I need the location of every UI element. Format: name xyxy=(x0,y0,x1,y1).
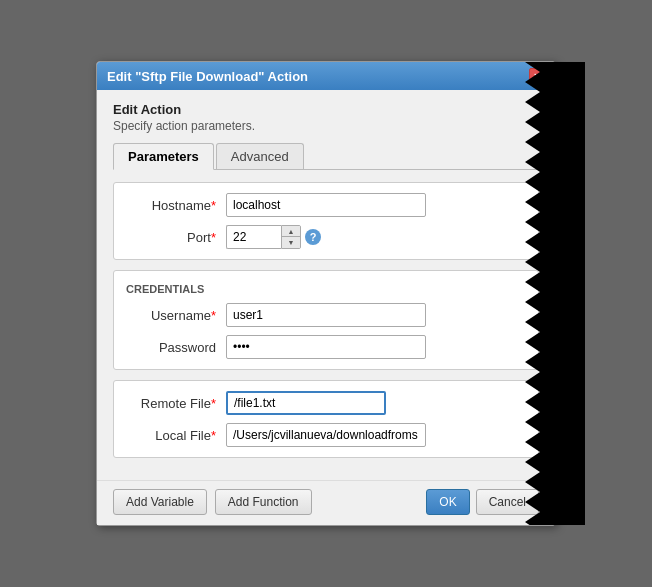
credentials-section: CREDENTIALS Username* Password xyxy=(113,270,539,370)
footer-left: Add Variable Add Function xyxy=(113,489,312,515)
dialog-titlebar: Edit "Sftp File Download" Action × xyxy=(97,62,555,90)
port-label: Port* xyxy=(126,230,226,245)
dialog-body: Edit Action Specify action parameters. P… xyxy=(97,90,555,480)
remote-required: * xyxy=(211,396,216,411)
local-required: * xyxy=(211,428,216,443)
port-spinner-down[interactable]: ▼ xyxy=(282,237,300,248)
section-subtitle: Specify action parameters. xyxy=(113,119,539,133)
local-file-row: Local File* xyxy=(126,423,526,447)
port-wrapper: ▲ ▼ xyxy=(226,225,301,249)
port-spinner-up[interactable]: ▲ xyxy=(282,226,300,237)
port-input[interactable] xyxy=(226,225,281,249)
hostname-input[interactable] xyxy=(226,193,426,217)
hostname-required: * xyxy=(211,198,216,213)
username-input[interactable] xyxy=(226,303,426,327)
password-label: Password xyxy=(126,340,226,355)
local-file-label: Local File* xyxy=(126,428,226,443)
tab-advanced[interactable]: Advanced xyxy=(216,143,304,169)
credentials-title: CREDENTIALS xyxy=(126,281,526,295)
port-spinner: ▲ ▼ xyxy=(281,225,301,249)
port-help-icon[interactable]: ? xyxy=(305,229,321,245)
file-section: Remote File* Local File* xyxy=(113,380,539,458)
port-required: * xyxy=(211,230,216,245)
username-row: Username* xyxy=(126,303,526,327)
dialog-footer: Add Variable Add Function OK Cancel xyxy=(97,480,555,525)
ok-button[interactable]: OK xyxy=(426,489,469,515)
remote-file-label: Remote File* xyxy=(126,396,226,411)
add-function-button[interactable]: Add Function xyxy=(215,489,312,515)
remote-file-input[interactable] xyxy=(226,391,386,415)
tab-bar: Parameters Advanced xyxy=(113,143,539,170)
port-row: Port* ▲ ▼ ? xyxy=(126,225,526,249)
remote-file-row: Remote File* xyxy=(126,391,526,415)
add-variable-button[interactable]: Add Variable xyxy=(113,489,207,515)
local-file-input[interactable] xyxy=(226,423,426,447)
edit-action-dialog: Edit "Sftp File Download" Action × Edit … xyxy=(96,61,556,526)
password-row: Password xyxy=(126,335,526,359)
dialog-title: Edit "Sftp File Download" Action xyxy=(107,69,308,84)
footer-right: OK Cancel xyxy=(426,489,539,515)
hostname-row: Hostname* xyxy=(126,193,526,217)
password-input[interactable] xyxy=(226,335,426,359)
username-label: Username* xyxy=(126,308,226,323)
section-title: Edit Action xyxy=(113,102,539,117)
connection-section: Hostname* Port* ▲ ▼ ? xyxy=(113,182,539,260)
hostname-label: Hostname* xyxy=(126,198,226,213)
tab-parameters[interactable]: Parameters xyxy=(113,143,214,170)
username-required: * xyxy=(211,308,216,323)
